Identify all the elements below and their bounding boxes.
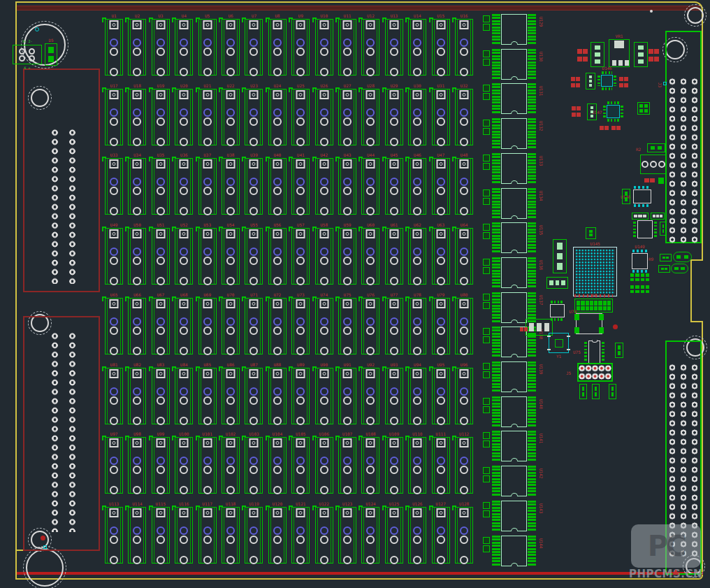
relay-footprint[interactable]: U52 bbox=[175, 222, 193, 285]
relay-footprint[interactable]: U34 bbox=[128, 152, 146, 215]
relay-footprint[interactable]: U18 bbox=[128, 83, 146, 145]
relay-footprint[interactable]: U114 bbox=[128, 501, 146, 564]
relay-footprint[interactable]: U79 bbox=[432, 292, 450, 354]
relay-footprint[interactable]: U13 bbox=[385, 13, 403, 76]
relay-footprint[interactable]: U107 bbox=[338, 431, 356, 494]
pcb-canvas[interactable]: U1U2U3U4U5U6U7U8U9U10U11U12U13U14U15U16U… bbox=[0, 0, 710, 588]
relay-footprint[interactable]: U12 bbox=[361, 13, 379, 76]
component-cap3v[interactable] bbox=[586, 73, 595, 89]
relay-footprint[interactable]: U91 bbox=[338, 362, 356, 424]
component-pads2h_sq[interactable]: R9 bbox=[660, 254, 672, 261]
relay-footprint[interactable]: U20 bbox=[175, 83, 193, 145]
relay-footprint[interactable]: U44 bbox=[361, 152, 379, 215]
relay-footprint[interactable]: U48 bbox=[455, 152, 473, 215]
relay-footprint[interactable]: U112 bbox=[455, 431, 473, 494]
relay-footprint[interactable]: U57 bbox=[291, 222, 310, 285]
relay-footprint[interactable]: U115 bbox=[152, 501, 170, 564]
driver-ic-footprint[interactable]: U130 bbox=[483, 49, 547, 80]
relay-footprint[interactable]: U41 bbox=[291, 152, 310, 215]
relay-footprint[interactable]: U104 bbox=[268, 431, 287, 494]
relay-footprint[interactable]: U110 bbox=[408, 431, 426, 494]
driver-ic-footprint[interactable]: U142 bbox=[483, 466, 547, 497]
relay-footprint[interactable]: U16 bbox=[455, 13, 473, 76]
component-soic8green[interactable]: U73 bbox=[549, 301, 565, 321]
driver-ic-footprint[interactable]: U131 bbox=[483, 83, 547, 115]
relay-footprint[interactable]: U81 bbox=[105, 362, 123, 424]
relay-footprint[interactable]: U96 bbox=[455, 362, 473, 424]
driver-ic-footprint[interactable]: U143 bbox=[483, 501, 547, 532]
relay-footprint[interactable]: U119 bbox=[245, 501, 263, 564]
relay-footprint[interactable]: U74 bbox=[315, 292, 333, 354]
component-pads2v_sq[interactable] bbox=[586, 227, 596, 239]
driver-ic-footprint[interactable]: U139 bbox=[483, 361, 547, 393]
relay-footprint[interactable]: U77 bbox=[385, 292, 403, 354]
relay-footprint[interactable]: U84 bbox=[175, 362, 193, 424]
relay-footprint[interactable]: U93 bbox=[385, 362, 403, 424]
component-pads2v_sq[interactable] bbox=[615, 343, 623, 358]
relay-footprint[interactable]: U126 bbox=[408, 501, 426, 564]
component-qfp[interactable]: U147 bbox=[603, 101, 623, 122]
driver-ic-footprint[interactable]: U129 bbox=[483, 14, 547, 45]
driver-ic-footprint[interactable]: U136 bbox=[483, 257, 547, 289]
relay-footprint[interactable]: U118 bbox=[222, 501, 240, 564]
component-pads2v_sq[interactable] bbox=[660, 222, 667, 236]
component-transformer[interactable] bbox=[576, 313, 602, 334]
relay-footprint[interactable]: U85 bbox=[198, 362, 217, 424]
relay-footprint[interactable]: U42 bbox=[315, 152, 333, 215]
relay-footprint[interactable]: U62 bbox=[408, 222, 426, 285]
relay-footprint[interactable]: U15 bbox=[432, 13, 450, 76]
relay-footprint[interactable]: U86 bbox=[222, 362, 240, 424]
relay-footprint[interactable]: U40 bbox=[268, 152, 287, 215]
relay-footprint[interactable]: U89 bbox=[291, 362, 310, 424]
relay-footprint[interactable]: U10 bbox=[315, 13, 333, 76]
relay-footprint[interactable]: U66 bbox=[128, 292, 146, 354]
relay-footprint[interactable]: U53 bbox=[198, 222, 217, 285]
component-cap3h[interactable] bbox=[546, 277, 568, 289]
relay-footprint[interactable]: U29 bbox=[385, 83, 403, 145]
component-qfp[interactable]: U146 bbox=[597, 71, 616, 90]
relay-footprint[interactable]: U31 bbox=[432, 83, 450, 145]
driver-ic-footprint[interactable]: U134 bbox=[483, 188, 547, 220]
driver-ic-footprint[interactable]: U144 bbox=[483, 536, 547, 567]
relay-footprint[interactable]: U56 bbox=[268, 222, 287, 285]
relay-footprint[interactable]: U124 bbox=[361, 501, 379, 564]
relay-footprint[interactable]: U128 bbox=[455, 501, 473, 564]
component-soic8cyan[interactable]: U148 bbox=[632, 186, 653, 207]
relay-footprint[interactable]: U94 bbox=[408, 362, 426, 424]
component-grid[interactable] bbox=[630, 285, 650, 294]
relay-footprint[interactable]: U45 bbox=[385, 152, 403, 215]
component-sot223[interactable]: VR1 bbox=[609, 39, 630, 67]
relay-footprint[interactable]: U82 bbox=[128, 362, 146, 424]
relay-footprint[interactable]: U47 bbox=[432, 152, 450, 215]
relay-footprint[interactable]: U36 bbox=[175, 152, 193, 215]
component-pads2v_sq[interactable]: D5 bbox=[45, 43, 57, 66]
relay-footprint[interactable]: U1 bbox=[105, 13, 123, 76]
relay-footprint[interactable]: U14 bbox=[408, 13, 426, 76]
component-res2h[interactable] bbox=[649, 49, 659, 54]
component-res_pad[interactable] bbox=[644, 178, 664, 184]
relay-footprint[interactable]: U117 bbox=[198, 501, 217, 564]
relay-footprint[interactable]: U51 bbox=[152, 222, 170, 285]
component-res2h[interactable] bbox=[600, 126, 609, 130]
relay-footprint[interactable]: U46 bbox=[408, 152, 426, 215]
relay-footprint[interactable]: U43 bbox=[338, 152, 356, 215]
relay-footprint[interactable]: U7 bbox=[245, 13, 263, 76]
relay-footprint[interactable]: U78 bbox=[408, 292, 426, 354]
relay-footprint[interactable]: U90 bbox=[315, 362, 333, 424]
component-conn3[interactable] bbox=[640, 155, 667, 174]
relay-footprint[interactable]: U111 bbox=[432, 431, 450, 494]
relay-footprint[interactable]: U32 bbox=[455, 83, 473, 145]
relay-footprint[interactable]: U5 bbox=[198, 13, 217, 76]
component-cap3v[interactable] bbox=[591, 42, 604, 67]
relay-footprint[interactable]: U123 bbox=[338, 501, 356, 564]
component-res2h[interactable] bbox=[619, 77, 628, 81]
relay-footprint[interactable]: U76 bbox=[361, 292, 379, 354]
relay-footprint[interactable]: U100 bbox=[175, 431, 193, 494]
component-strip_hdr[interactable]: JP2 bbox=[574, 299, 613, 313]
component-bga[interactable]: U145 bbox=[573, 247, 617, 296]
component-res2h[interactable] bbox=[520, 327, 528, 331]
relay-footprint[interactable]: U35 bbox=[152, 152, 170, 215]
component-grid[interactable] bbox=[630, 273, 650, 282]
relay-footprint[interactable]: U92 bbox=[361, 362, 379, 424]
component-sideic[interactable] bbox=[633, 220, 657, 238]
